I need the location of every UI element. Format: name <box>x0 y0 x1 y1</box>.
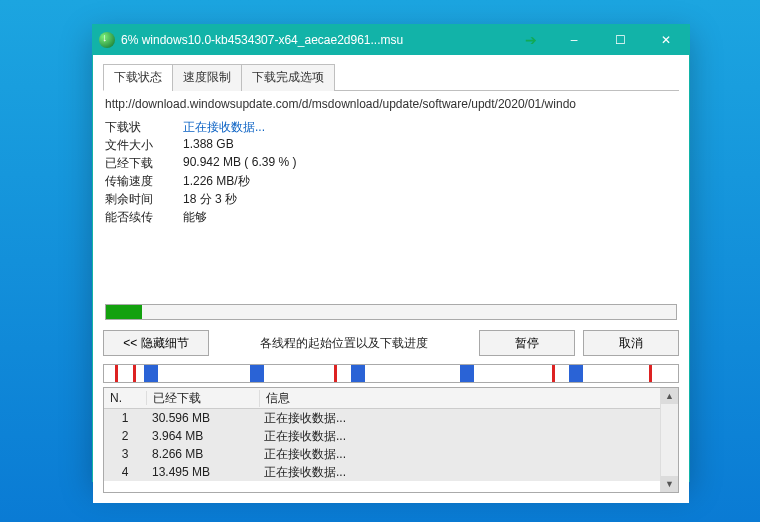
cell-info: 正在接收数据... <box>258 428 678 445</box>
label-status: 下载状 <box>105 119 183 136</box>
scroll-down-icon[interactable]: ▼ <box>661 476 678 492</box>
table-row[interactable]: 38.266 MB正在接收数据... <box>104 445 678 463</box>
segment-marker <box>351 365 365 382</box>
cancel-button[interactable]: 取消 <box>583 330 679 356</box>
value-speed: 1.226 MB/秒 <box>183 173 250 190</box>
button-row: << 隐藏细节 各线程的起始位置以及下载进度 暂停 取消 <box>103 330 679 356</box>
maximize-button[interactable]: ☐ <box>597 25 643 55</box>
segment-marker <box>334 365 337 382</box>
close-button[interactable]: ✕ <box>643 25 689 55</box>
table-body: 130.596 MB正在接收数据...23.964 MB正在接收数据...38.… <box>104 409 678 481</box>
segment-marker <box>552 365 555 382</box>
progress-bar <box>105 304 677 320</box>
threads-caption: 各线程的起始位置以及下载进度 <box>209 335 479 352</box>
col-downloaded[interactable]: 已经下载 <box>147 390 260 407</box>
label-resume: 能否续传 <box>105 209 183 226</box>
tab-speed-limit[interactable]: 速度限制 <box>172 64 242 91</box>
cell-downloaded: 8.266 MB <box>146 447 258 461</box>
col-n[interactable]: N. <box>104 391 147 405</box>
cell-info: 正在接收数据... <box>258 410 678 427</box>
cell-n: 3 <box>104 447 146 461</box>
cell-downloaded: 30.596 MB <box>146 411 258 425</box>
cell-n: 4 <box>104 465 146 479</box>
segment-marker <box>569 365 583 382</box>
hide-details-button[interactable]: << 隐藏细节 <box>103 330 209 356</box>
cell-n: 1 <box>104 411 146 425</box>
label-file-size: 文件大小 <box>105 137 183 154</box>
col-info[interactable]: 信息 <box>260 390 678 407</box>
app-icon <box>99 32 115 48</box>
segment-marker <box>133 365 136 382</box>
tab-complete-options[interactable]: 下载完成选项 <box>241 64 335 91</box>
cell-n: 2 <box>104 429 146 443</box>
tab-status[interactable]: 下载状态 <box>103 64 173 91</box>
vertical-scrollbar[interactable]: ▲ ▼ <box>660 388 678 492</box>
client-area: 下载状态 速度限制 下载完成选项 http://download.windows… <box>93 55 689 503</box>
cell-downloaded: 3.964 MB <box>146 429 258 443</box>
segment-marker <box>144 365 158 382</box>
table-row[interactable]: 413.495 MB正在接收数据... <box>104 463 678 481</box>
minimize-button[interactable]: – <box>551 25 597 55</box>
download-url: http://download.windowsupdate.com/d/msdo… <box>105 97 677 111</box>
value-time-left: 18 分 3 秒 <box>183 191 237 208</box>
value-resume: 能够 <box>183 209 207 226</box>
cell-info: 正在接收数据... <box>258 464 678 481</box>
segment-marker <box>250 365 264 382</box>
scroll-up-icon[interactable]: ▲ <box>661 388 678 404</box>
value-status: 正在接收数据... <box>183 119 265 136</box>
threads-table: N. 已经下载 信息 130.596 MB正在接收数据...23.964 MB正… <box>103 387 679 493</box>
cell-downloaded: 13.495 MB <box>146 465 258 479</box>
value-file-size: 1.388 GB <box>183 137 234 154</box>
segment-bar <box>103 364 679 383</box>
label-speed: 传输速度 <box>105 173 183 190</box>
progress-fill <box>106 305 142 319</box>
table-row[interactable]: 23.964 MB正在接收数据... <box>104 427 678 445</box>
titlebar[interactable]: 6% windows10.0-kb4534307-x64_aecae2d961.… <box>93 25 689 55</box>
download-dialog: 6% windows10.0-kb4534307-x64_aecae2d961.… <box>92 24 690 482</box>
label-downloaded: 已经下载 <box>105 155 183 172</box>
table-row[interactable]: 130.596 MB正在接收数据... <box>104 409 678 427</box>
cell-info: 正在接收数据... <box>258 446 678 463</box>
segment-marker <box>649 365 652 382</box>
value-downloaded: 90.942 MB ( 6.39 % ) <box>183 155 296 172</box>
segment-marker <box>460 365 474 382</box>
label-time-left: 剩余时间 <box>105 191 183 208</box>
pause-button[interactable]: 暂停 <box>479 330 575 356</box>
window-title: 6% windows10.0-kb4534307-x64_aecae2d961.… <box>121 33 511 47</box>
arrow-icon: ➔ <box>525 32 537 48</box>
segment-marker <box>115 365 118 382</box>
window-controls: – ☐ ✕ <box>551 25 689 55</box>
table-header: N. 已经下载 信息 <box>104 388 678 409</box>
tab-bar: 下载状态 速度限制 下载完成选项 <box>103 63 679 91</box>
